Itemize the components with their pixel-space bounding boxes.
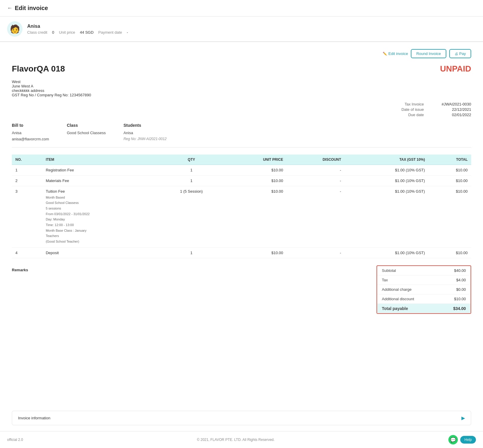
status-badge: UNPAID	[440, 64, 471, 74]
tax-invoice-number: #JWAI2021-0030	[436, 102, 471, 106]
col-tax: TAX (GST 10%)	[345, 155, 428, 165]
cell-qty: 1 (5 Session)	[158, 186, 225, 247]
tax-value: $4.00	[456, 278, 466, 282]
whatsapp-button[interactable]: 💬	[448, 435, 458, 444]
bill-to-name: Anisa	[12, 130, 49, 136]
bill-to-header: Bill to	[12, 123, 49, 128]
additional-discount-label: Additional discount	[382, 297, 414, 301]
tax-label: Tax	[382, 278, 388, 282]
date-of-issue-label: Date of issue	[388, 107, 424, 112]
class-credit-label: Class credit	[27, 30, 47, 35]
additional-charge-value: $0.00	[456, 287, 466, 292]
cell-no: 4	[12, 247, 42, 258]
students-header: Students	[123, 123, 167, 128]
student-reg: Reg No: JNW-AI2021-0012	[123, 136, 167, 142]
cell-tax: $1.00 (10% GST)	[345, 165, 428, 175]
total-payable-value: $34.00	[453, 306, 466, 311]
unit-price-value: 44 SGD	[80, 30, 93, 35]
payment-date-label: Payment date	[98, 30, 122, 35]
cell-total: $10.00	[429, 165, 471, 175]
bill-to-email: anisa@flavorcrm.com	[12, 136, 49, 142]
version-label: official 2.0	[7, 438, 23, 442]
student-name-bill: Anisa	[123, 130, 167, 136]
col-no: NO.	[12, 155, 42, 165]
additional-charge-label: Additional charge	[382, 287, 411, 292]
gst-line: GST Reg No / Company Reg No: 1234567890	[12, 93, 471, 97]
cell-unit-price: $10.00	[225, 247, 287, 258]
table-row: 1 Registration Fee 1 $10.00 - $1.00 (10%…	[12, 165, 471, 175]
cell-discount: -	[287, 247, 345, 258]
cell-tax: $1.00 (10% GST)	[345, 175, 428, 186]
table-row: 3 Tuition FeeMonth BasedGood School Clas…	[12, 186, 471, 247]
col-total: TOTAL	[429, 155, 471, 165]
cell-unit-price: $10.00	[225, 165, 287, 175]
edit-invoice-button[interactable]: ✏️ Edit invoice	[383, 51, 408, 56]
cell-discount: -	[287, 165, 345, 175]
address-line1: West	[12, 79, 471, 84]
table-row: 2 Materials Fee 1 $10.00 - $1.00 (10% GS…	[12, 175, 471, 186]
pay-button[interactable]: 🖨 Pay	[449, 49, 471, 58]
col-item: ITEM	[42, 155, 158, 165]
class-header: Class	[67, 123, 106, 128]
invoice-table: NO. ITEM QTY UNIT PRICE DISCOUNT TAX (GS…	[12, 155, 471, 258]
pay-icon: 🖨	[455, 52, 458, 56]
cell-qty: 1	[158, 165, 225, 175]
due-date-label: Due date	[388, 113, 424, 117]
cell-no: 3	[12, 186, 42, 247]
cell-discount: -	[287, 186, 345, 247]
cell-item: Registration Fee	[42, 165, 158, 175]
address-line2: June West A	[12, 84, 471, 88]
tax-invoice-label: Tax Invoice	[388, 102, 424, 106]
student-name: Anisa	[27, 24, 128, 29]
unit-price-label: Unit price	[59, 30, 75, 35]
cell-unit-price: $10.00	[225, 175, 287, 186]
cell-no: 2	[12, 175, 42, 186]
date-of-issue-value: 22/12/2021	[436, 107, 471, 112]
cell-tax: $1.00 (10% GST)	[345, 186, 428, 247]
avatar: 🧑	[7, 21, 22, 37]
due-date-value: 02/01/2022	[436, 113, 471, 117]
address-line3: checkkkkk address	[12, 88, 471, 93]
cell-discount: -	[287, 175, 345, 186]
additional-discount-value: $10.00	[454, 297, 466, 301]
payment-date-value: -	[127, 30, 128, 35]
totals-box: Subtotal $40.00 Tax $4.00 Additional cha…	[377, 265, 471, 314]
class-name: Good School Classess	[67, 130, 106, 136]
cell-qty: 1	[158, 247, 225, 258]
cell-total: $10.00	[429, 186, 471, 247]
copyright-text: © 2021, FLAVOR PTE. LTD. All Rights Rese…	[197, 438, 275, 442]
cell-item: Deposit	[42, 247, 158, 258]
cell-unit-price: $10.00	[225, 186, 287, 247]
chevron-right-icon: ▶	[461, 415, 465, 421]
invoice-info-label: Invoice information	[18, 416, 50, 420]
round-invoice-button[interactable]: Round Invoice	[411, 49, 446, 58]
class-credit-value: 0	[52, 30, 54, 35]
table-row: 4 Deposit 1 $10.00 - $1.00 (10% GST) $10…	[12, 247, 471, 258]
col-qty: QTY	[158, 155, 225, 165]
col-discount: DISCOUNT	[287, 155, 345, 165]
cell-total: $10.00	[429, 247, 471, 258]
cell-item: Materials Fee	[42, 175, 158, 186]
subtotal-label: Subtotal	[382, 268, 396, 273]
invoice-company-name: FlavorQA 018	[12, 64, 65, 74]
subtotal-value: $40.00	[454, 268, 466, 273]
remarks-label: Remarks	[12, 265, 28, 272]
cell-qty: 1	[158, 175, 225, 186]
total-payable-label: Total payable	[382, 306, 408, 311]
cell-tax: $1.00 (10% GST)	[345, 247, 428, 258]
cell-item: Tuition FeeMonth BasedGood School Classe…	[42, 186, 158, 247]
page-title: Edit invoice	[15, 5, 48, 12]
cell-no: 1	[12, 165, 42, 175]
help-button[interactable]: Help	[460, 436, 476, 444]
back-button[interactable]: ←	[7, 5, 12, 11]
pencil-icon: ✏️	[383, 52, 387, 56]
col-unit-price: UNIT PRICE	[225, 155, 287, 165]
invoice-info-bar[interactable]: Invoice information ▶	[12, 411, 471, 425]
cell-total: $10.00	[429, 175, 471, 186]
